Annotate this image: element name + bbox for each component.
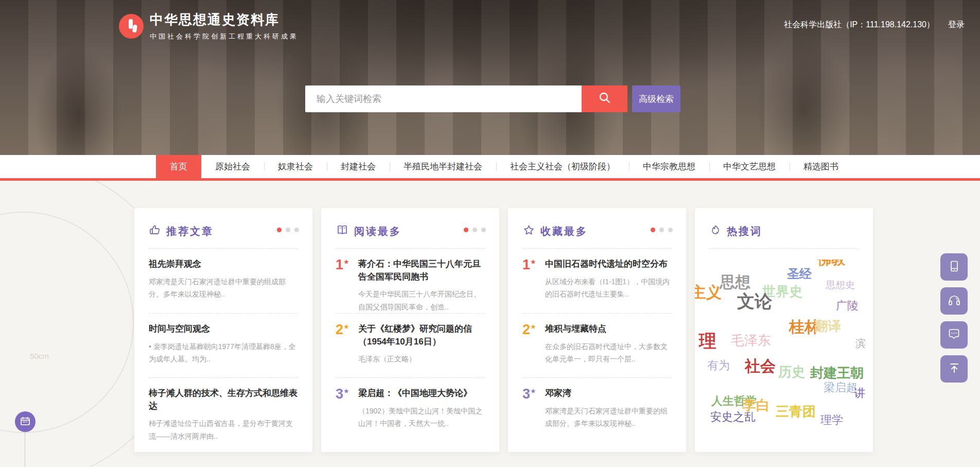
nav-tab-1[interactable]: 原始社会 — [201, 155, 264, 178]
carousel-dot[interactable] — [294, 228, 299, 232]
advanced-search-button[interactable]: 高级检索 — [632, 85, 680, 112]
list-item[interactable]: 时间与空间观念• 裴李岗遗址墓葬朝向1977年清理墓葬8座，全为成年人墓。均为.… — [149, 313, 298, 377]
card-hot-words: 热搜词佛教圣经思想思想史主义世界史文论广陵桂林翻译理毛泽东滨有为社会历史封建王朝… — [695, 208, 873, 452]
item-title[interactable]: 蒋介石：中华民国三十八年元旦告全国军民同胞书 — [358, 258, 485, 283]
brand-text: 中华思想通史资料库 中国社会科学院创新工程重大科研成果 — [150, 11, 299, 41]
carousel-dot[interactable] — [464, 228, 468, 232]
chat-button[interactable] — [940, 321, 968, 349]
carousel-dots — [277, 228, 299, 232]
nav-tab-4[interactable]: 半殖民地半封建社会 — [390, 155, 496, 178]
nav-tab-3[interactable]: 封建社会 — [327, 155, 390, 178]
chat-icon — [947, 327, 961, 342]
hot-word[interactable]: 滨 — [855, 338, 866, 349]
hot-word[interactable]: 文论 — [737, 292, 772, 311]
hot-word[interactable]: 梁启超 — [824, 382, 857, 394]
carousel-dot[interactable] — [659, 228, 664, 232]
list-item[interactable]: 1★中国旧石器时代遗址的时空分布从区域分布来看（Ⅰ1-1图1），中国境内的旧石器… — [522, 249, 672, 313]
hot-word[interactable]: 思想史 — [826, 280, 855, 291]
rank-badge: 3★ — [336, 387, 358, 442]
carousel-dot[interactable] — [668, 228, 673, 232]
nav-tab-0[interactable]: 首页 — [156, 155, 201, 178]
item-desc: • 裴李岗遗址墓葬朝向1977年清理墓葬8座，全为成年人墓。均为.. — [149, 340, 298, 366]
hot-word[interactable]: 思想 — [720, 273, 750, 290]
rank-badge: 2★ — [522, 323, 545, 377]
hero-banner: 中华思想通史资料库 中国社会科学院创新工程重大科研成果 社会科学出版社（IP：1… — [0, 0, 980, 155]
hot-word[interactable]: 理 — [699, 332, 716, 351]
hot-word[interactable]: 圣经 — [787, 267, 812, 281]
list-item[interactable]: 祖先崇拜观念邓家湾是天门石家河遗址群中重要的组成部分。多年来以发现神秘.. — [149, 249, 298, 313]
hot-word[interactable]: 理学 — [820, 414, 843, 426]
thumbs-up-icon — [149, 224, 161, 238]
carousel-dots — [651, 228, 673, 232]
card-header: 收藏最多 — [522, 222, 672, 240]
hot-word[interactable]: 广陵 — [836, 300, 859, 312]
hot-word[interactable]: 安史之乱 — [710, 411, 756, 423]
carousel-dot[interactable] — [277, 228, 282, 232]
item-desc: 邓家湾是天门石家河遗址群中重要的组成部分。多年来以发现神秘.. — [545, 405, 672, 430]
nav-tab-5[interactable]: 社会主义社会（初级阶段） — [496, 155, 629, 178]
publisher-ip-label: 社会科学出版社（IP：111.198.142.130） — [784, 20, 935, 30]
item-title[interactable]: 祖先崇拜观念 — [149, 258, 298, 271]
cards-row: 推荐文章祖先崇拜观念邓家湾是天门石家河遗址群中重要的组成部分。多年来以发现神秘.… — [134, 208, 873, 452]
hot-word[interactable]: 三青团 — [776, 404, 816, 419]
item-title[interactable]: 柿子滩人群的技术、生存方式和思维表达 — [149, 387, 298, 412]
nav-tab-7[interactable]: 中华文艺思想 — [709, 155, 790, 178]
star-icon — [522, 224, 535, 238]
list-item[interactable]: 3★邓家湾邓家湾是天门石家河遗址群中重要的组成部分。多年来以发现神秘.. — [522, 377, 672, 442]
hot-word[interactable]: 翻译 — [814, 319, 841, 334]
hot-word[interactable]: 封建王朝 — [810, 366, 864, 380]
card-most-collected: 收藏最多1★中国旧石器时代遗址的时空分布从区域分布来看（Ⅰ1-1图1），中国境内… — [508, 208, 686, 452]
item-title[interactable]: 堆积与埋藏特点 — [545, 323, 672, 336]
content-area: 50cm 推荐文章祖先崇拜观念邓家湾是天门石家河遗址群中重要的组成部分。多年来以… — [0, 181, 980, 467]
item-title[interactable]: 关于《红楼梦》研究问题的信（1954年10月16日） — [358, 323, 485, 348]
back-to-top-button[interactable] — [940, 355, 968, 383]
card-title: 收藏最多 — [540, 224, 588, 238]
book-icon — [336, 224, 349, 238]
carousel-dot[interactable] — [286, 228, 290, 232]
hot-word[interactable]: 历史 — [778, 365, 805, 379]
hot-word[interactable]: 毛泽东 — [731, 333, 771, 348]
list-item[interactable]: 2★堆积与埋藏特点在众多的旧石器时代遗址中，大多数文化单元单一，即只有一个层.. — [522, 313, 672, 377]
nav-tab-6[interactable]: 中华宗教思想 — [629, 155, 709, 178]
list-item[interactable]: 柿子滩人群的技术、生存方式和思维表达柿子滩遗址位于山西省吉县，是分布于黄河支流—… — [149, 377, 298, 442]
hot-words-cloud: 佛教圣经思想思想史主义世界史文论广陵桂林翻译理毛泽东滨有为社会历史封建王朝梁启超… — [695, 260, 873, 452]
rank-badge: 1★ — [336, 258, 358, 313]
item-title[interactable]: 梁启超：《中国地理大势论》 — [358, 387, 485, 400]
hot-word[interactable]: 主义 — [695, 284, 722, 301]
hot-word[interactable]: 佛教 — [817, 260, 845, 268]
main-navbar: 首页原始社会奴隶社会封建社会半殖民地半封建社会社会主义社会（初级阶段）中华宗教思… — [0, 155, 980, 178]
brand[interactable]: 中华思想通史资料库 中国社会科学院创新工程重大科研成果 — [119, 11, 299, 41]
carousel-dot[interactable] — [472, 228, 477, 232]
hot-word[interactable]: 讲 — [854, 387, 865, 400]
card-header: 推荐文章 — [149, 222, 298, 240]
search-bar: 高级检索 — [305, 85, 680, 112]
item-title[interactable]: 时间与空间观念 — [149, 323, 298, 336]
mobile-button[interactable] — [940, 253, 968, 281]
list-item[interactable]: 1★蒋介石：中华民国三十八年元旦告全国军民同胞书今天是中华民国三十八年开国纪念日… — [336, 249, 485, 313]
carousel-dot[interactable] — [481, 228, 486, 232]
page: 中华思想通史资料库 中国社会科学院创新工程重大科研成果 社会科学出版社（IP：1… — [0, 0, 980, 467]
nav-tab-8[interactable]: 精选图书 — [790, 155, 852, 178]
hot-word[interactable]: 有为 — [707, 359, 730, 372]
carousel-dots — [464, 228, 486, 232]
list-item[interactable]: 2★关于《红楼梦》研究问题的信（1954年10月16日）毛泽东（正文略） — [336, 313, 485, 377]
timeline-button[interactable] — [15, 411, 36, 432]
item-title[interactable]: 中国旧石器时代遗址的时空分布 — [545, 258, 672, 271]
item-desc: 在众多的旧石器时代遗址中，大多数文化单元单一，即只有一个层.. — [545, 340, 672, 366]
item-desc: （1902）美哉中国之山河！美哉中国之山河！中国者，天然大一统.. — [358, 405, 485, 430]
search-input[interactable] — [305, 85, 582, 112]
list-item[interactable]: 3★梁启超：《中国地理大势论》（1902）美哉中国之山河！美哉中国之山河！中国者… — [336, 377, 485, 442]
calendar-icon — [20, 416, 31, 428]
item-title[interactable]: 邓家湾 — [545, 387, 672, 400]
hot-word[interactable]: 社会 — [745, 357, 776, 374]
item-desc: 柿子滩遗址位于山西省吉县，是分布于黄河支流——清水河两岸由.. — [149, 417, 298, 442]
nav-tab-2[interactable]: 奴隶社会 — [264, 155, 327, 178]
header-meta: 社会科学出版社（IP：111.198.142.130） 登录 — [784, 20, 965, 30]
login-link[interactable]: 登录 — [948, 20, 965, 30]
headphones-button[interactable] — [940, 287, 968, 315]
headphones-icon — [947, 293, 961, 308]
carousel-dot[interactable] — [651, 228, 655, 232]
flame-icon — [709, 224, 722, 238]
back-to-top-icon — [948, 361, 961, 376]
search-button[interactable] — [582, 85, 627, 112]
